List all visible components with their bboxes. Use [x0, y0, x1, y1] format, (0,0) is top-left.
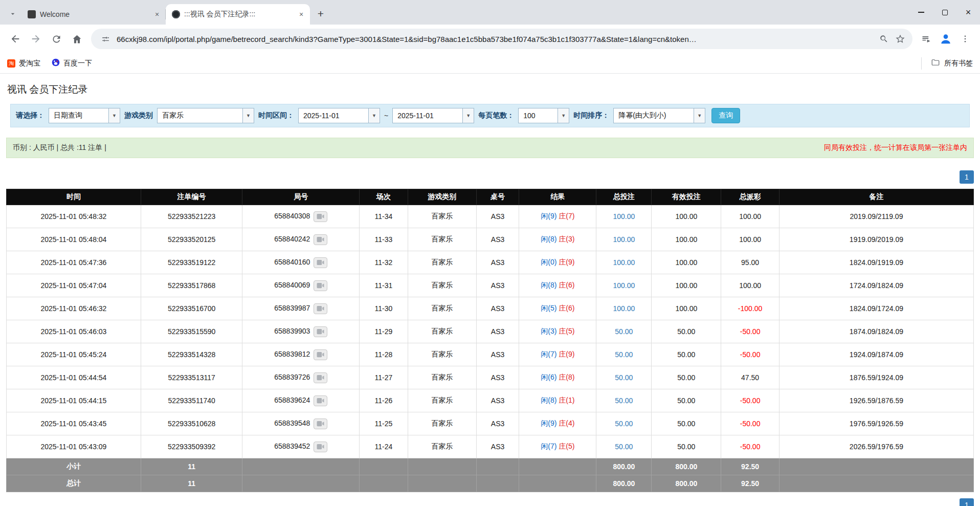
chevron-down-icon[interactable]: ▼ — [462, 108, 474, 123]
cell-time: 2025-11-01 05:48:32 — [7, 205, 141, 228]
video-replay-icon[interactable] — [314, 349, 327, 360]
bookmark-aitaobao[interactable]: 淘 爱淘宝 — [7, 59, 40, 68]
chevron-down-icon[interactable]: ▼ — [694, 108, 705, 123]
total-bet-link[interactable]: 100.00 — [613, 258, 635, 267]
browser-tab-betrecord[interactable]: :::视讯 会员下注纪录::: × — [166, 4, 310, 25]
cell-game-type: 百家乐 — [408, 435, 476, 458]
betrecord-favicon-icon — [172, 10, 180, 18]
cell-note — [779, 475, 973, 492]
cell-result: 闲(8) 庄(6) — [519, 274, 596, 297]
cell-note: 1724.09/1824.09 — [779, 274, 973, 297]
result-banker: 庄(6) — [559, 281, 574, 289]
video-replay-icon[interactable] — [314, 395, 327, 406]
minimize-button[interactable] — [909, 0, 933, 25]
payout-value: 95.00 — [741, 258, 759, 267]
tab-search-chevron-icon[interactable] — [5, 6, 20, 21]
cell-total-bet: 800.00 — [596, 458, 652, 475]
all-bookmarks-button[interactable]: 所有书签 — [921, 57, 973, 70]
tab-close-icon[interactable]: × — [152, 10, 162, 19]
back-icon[interactable] — [5, 29, 26, 49]
profile-avatar-icon[interactable] — [936, 29, 955, 49]
bookmark-star-icon[interactable] — [892, 31, 908, 47]
date-type-select[interactable]: 日期查询 ▼ — [49, 108, 120, 123]
chevron-down-icon[interactable]: ▼ — [108, 108, 120, 123]
cell-payout: -50.00 — [721, 389, 779, 412]
cell-note: 2019.09/2119.09 — [779, 205, 973, 228]
video-replay-icon[interactable] — [314, 280, 327, 291]
chevron-down-icon[interactable]: ▼ — [368, 108, 380, 123]
cell-payout: 92.50 — [721, 458, 779, 475]
cell-table-no: AS3 — [476, 389, 519, 412]
page-1-button[interactable]: 1 — [960, 498, 974, 506]
video-replay-icon[interactable] — [314, 303, 327, 314]
total-bet-link[interactable]: 100.00 — [613, 304, 635, 313]
cell-session: 11-30 — [360, 297, 408, 320]
media-controls-icon[interactable] — [917, 29, 936, 49]
cell-bet-id: 522933516700 — [141, 297, 242, 320]
cell-game-type: 百家乐 — [408, 320, 476, 343]
total-bet-link[interactable]: 50.00 — [615, 373, 633, 382]
total-bet-link[interactable]: 100.00 — [613, 212, 635, 221]
chevron-down-icon[interactable]: ▼ — [558, 108, 569, 123]
video-replay-icon[interactable] — [314, 442, 327, 452]
cell-table-no: AS3 — [476, 343, 519, 366]
video-replay-icon[interactable] — [314, 211, 327, 222]
total-bet-link[interactable]: 50.00 — [615, 443, 633, 451]
bookmark-baidu[interactable]: 百度一下 — [52, 58, 92, 68]
date-from-select[interactable]: 2025-11-01 ▼ — [298, 108, 380, 123]
total-bet-link[interactable]: 50.00 — [615, 350, 633, 359]
date-type-value: 日期查询 — [49, 108, 108, 123]
game-type-select[interactable]: 百家乐 ▼ — [157, 108, 254, 123]
result-player: 闲(9) — [541, 212, 556, 220]
chevron-down-icon[interactable]: ▼ — [242, 108, 254, 123]
game-type-value: 百家乐 — [158, 108, 242, 123]
maximize-button[interactable] — [933, 0, 956, 25]
page-title: 视讯 会员下注纪录 — [7, 83, 974, 96]
site-info-icon[interactable] — [97, 31, 114, 47]
video-replay-icon[interactable] — [314, 326, 327, 337]
page-1-button[interactable]: 1 — [960, 170, 974, 184]
cell-session: 11-26 — [360, 389, 408, 412]
date-to-select[interactable]: 2025-11-01 ▼ — [392, 108, 474, 123]
cell-bet-id: 522933517868 — [141, 274, 242, 297]
total-bet-link[interactable]: 50.00 — [615, 420, 633, 428]
cell-session: 11-33 — [360, 228, 408, 251]
address-bar[interactable]: 66cxkj98.com/ipl/portal.php/game/betreco… — [91, 29, 912, 49]
new-tab-button[interactable]: + — [313, 6, 328, 21]
cell-table-no: AS3 — [476, 205, 519, 228]
cell-round-id — [242, 475, 360, 492]
video-replay-icon[interactable] — [314, 419, 327, 429]
cell-round-id: 658839452 — [242, 435, 360, 458]
cell-payout: -100.00 — [721, 297, 779, 320]
browser-tab-welcome[interactable]: Welcome × — [21, 4, 166, 25]
zoom-icon[interactable] — [876, 31, 892, 47]
result-player: 闲(7) — [541, 350, 556, 358]
sort-order-select[interactable]: 降幂(由大到小) ▼ — [613, 108, 705, 123]
table-row: 2025-11-01 05:48:32522933521223658840308… — [7, 205, 974, 228]
cell-game-type: 百家乐 — [408, 389, 476, 412]
cell-result: 闲(9) 庄(7) — [519, 205, 596, 228]
total-bet-link[interactable]: 50.00 — [615, 327, 633, 336]
cell-game-type: 百家乐 — [408, 251, 476, 274]
url-text[interactable]: 66cxkj98.com/ipl/portal.php/game/betreco… — [114, 35, 876, 43]
cell-result: 闲(6) 庄(8) — [519, 366, 596, 389]
video-replay-icon[interactable] — [314, 257, 327, 268]
total-bet-link[interactable]: 100.00 — [613, 235, 635, 244]
video-replay-icon[interactable] — [314, 372, 327, 383]
total-bet-link[interactable]: 100.00 — [613, 281, 635, 290]
search-button[interactable]: 查询 — [711, 108, 740, 123]
refresh-icon[interactable] — [46, 29, 66, 49]
payout-value: -50.00 — [740, 327, 761, 336]
cell-result: 闲(3) 庄(5) — [519, 320, 596, 343]
menu-kebab-icon[interactable] — [955, 29, 975, 49]
close-button[interactable]: × — [956, 0, 980, 25]
tab-close-icon[interactable]: × — [297, 10, 306, 19]
total-bet-link[interactable]: 50.00 — [615, 397, 633, 405]
page-size-select[interactable]: 100 ▼ — [518, 108, 569, 123]
video-replay-icon[interactable] — [314, 234, 327, 245]
cell-round-id: 658840242 — [242, 228, 360, 251]
home-icon[interactable] — [66, 29, 87, 49]
forward-icon[interactable] — [26, 29, 46, 49]
cell-payout: 92.50 — [721, 475, 779, 492]
bookmark-label: 爱淘宝 — [19, 59, 40, 68]
